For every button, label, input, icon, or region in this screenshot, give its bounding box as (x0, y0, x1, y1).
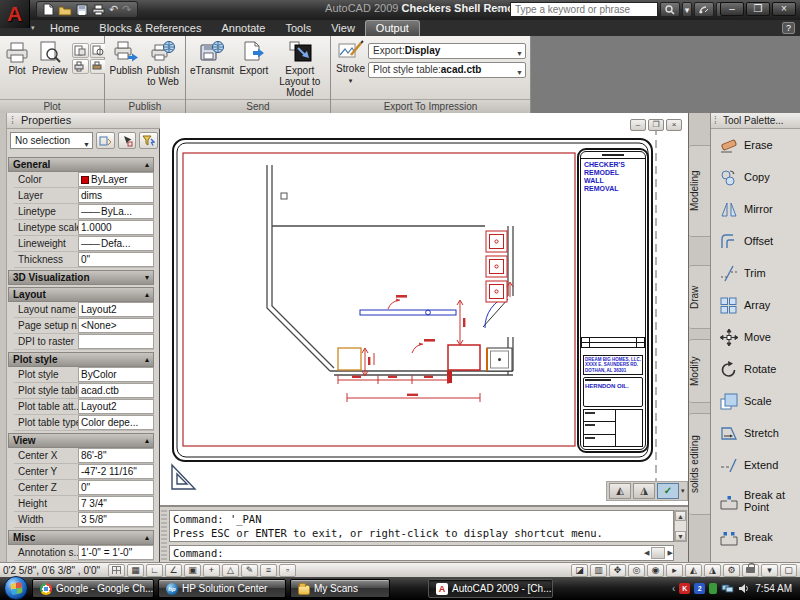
taskbar-item-my-scans[interactable]: My Scans (290, 579, 390, 598)
lwt-toggle-button[interactable]: ≡ (260, 564, 277, 577)
scroll-up-icon[interactable]: ▲ (675, 511, 686, 521)
section-general[interactable]: General▴ (8, 157, 154, 172)
tool-break[interactable]: Break (711, 521, 800, 553)
tool-break-at-point[interactable]: Break at Point (711, 481, 800, 521)
tool-rotate[interactable]: Rotate (711, 353, 800, 385)
pan-button[interactable]: ✥ (609, 564, 626, 577)
model-space-button[interactable]: ◪ (571, 564, 588, 577)
properties-palette-grip[interactable] (0, 113, 7, 562)
search-icon[interactable] (660, 2, 680, 17)
restore-button[interactable]: ❐ (746, 2, 770, 16)
prop-row-plot-table-type[interactable]: Plot table typeColor depe... (14, 415, 154, 431)
section-layout[interactable]: Layout▴ (8, 287, 154, 302)
impression-export-dropdown[interactable]: Export:Display ▼ (368, 43, 526, 59)
ribbon-help-icon[interactable]: ? (782, 22, 795, 34)
tab-annotate[interactable]: Annotate (211, 21, 275, 36)
tool-array[interactable]: Array (711, 289, 800, 321)
prop-row-annotation-scale[interactable]: Annotation s...1'-0" = 1'-0" (14, 545, 154, 561)
toolbar-lock-icon[interactable] (742, 564, 759, 577)
section-3d-visualization[interactable]: 3D Visualization▾ (8, 270, 154, 285)
drawing-restore-button[interactable]: ❐ (648, 119, 664, 131)
publish-to-web-button[interactable]: Publish to Web (145, 39, 181, 87)
autocad-logo-icon[interactable]: A (0, 0, 30, 28)
ortho-toggle-button[interactable]: ∟ (146, 564, 163, 577)
command-window-grip[interactable] (161, 510, 167, 560)
tool-mirror[interactable]: Mirror (711, 193, 800, 225)
status-menu-arrow-icon[interactable]: ▾ (761, 564, 778, 577)
select-objects-button[interactable] (118, 132, 137, 149)
search-dropdown-icon[interactable]: ▾ (682, 2, 692, 17)
prop-row-linetype-scale[interactable]: Linetype scale1.0000 (14, 220, 154, 236)
palette-tab-draw[interactable]: Draw (689, 265, 711, 329)
network-tray-icon[interactable] (721, 583, 734, 594)
prop-row-thickness[interactable]: Thickness0" (14, 252, 154, 268)
prop-row-center-y[interactable]: Center Y-47'-2 11/16" (14, 464, 154, 480)
tab-output[interactable]: Output (365, 20, 420, 36)
prop-row-layer[interactable]: Layerdims (14, 188, 154, 204)
tool-move[interactable]: Move (711, 321, 800, 353)
tab-home[interactable]: Home (40, 21, 89, 36)
section-plot-style[interactable]: Plot style▴ (8, 352, 154, 367)
palette-tab-modify[interactable]: Modify (689, 339, 711, 403)
command-history-scrollbar[interactable]: ▲ ▼ (674, 510, 687, 542)
quick-view-layouts-button[interactable]: ▥ (590, 564, 607, 577)
selection-dropdown[interactable]: No selection▼ (10, 132, 93, 149)
command-hscrollbar[interactable]: ◀ ▶ (644, 546, 686, 560)
drawing-area[interactable]: CHECKER'S REMODEL WALL REMOVAL DREAM BIG… (160, 113, 688, 562)
annotation-autoscale-icon[interactable]: ◮ (633, 483, 655, 499)
polar-toggle-button[interactable]: ∠ (165, 564, 182, 577)
scroll-left-icon[interactable]: ◀ (644, 549, 649, 557)
taskbar-item-autocad[interactable]: A AutoCAD 2009 - [Ch... (428, 579, 553, 598)
new-file-icon[interactable] (43, 3, 54, 16)
ducs-toggle-button[interactable]: △ (222, 564, 239, 577)
export-layout-to-model-button[interactable]: Export Layout to Model (274, 39, 326, 98)
grid-toggle-button[interactable]: ▦ (127, 564, 144, 577)
export-button[interactable]: Export (236, 39, 272, 76)
taskbar-item-chrome[interactable]: Google - Google Ch... (32, 579, 154, 598)
prop-row-dpi[interactable]: DPI to raster (14, 334, 154, 350)
osnap-toggle-button[interactable]: ▣ (184, 564, 201, 577)
prop-row-center-x[interactable]: Center X86'-8" (14, 448, 154, 464)
undo-icon[interactable]: ↶ (109, 2, 118, 17)
tool-palette-title[interactable]: Tool Palette... (711, 113, 800, 129)
drawing-close-button[interactable]: × (666, 119, 682, 131)
prop-row-linetype[interactable]: Linetype——ByLa... (14, 204, 154, 220)
plot-button[interactable]: Plot (4, 39, 30, 76)
prop-row-color[interactable]: ColorByLayer (14, 172, 154, 188)
section-view[interactable]: View▴ (8, 433, 154, 448)
prop-row-width[interactable]: Width3 5/8" (14, 512, 154, 528)
tool-stretch[interactable]: Stretch (711, 417, 800, 449)
tray-expand-icon[interactable]: ‹ (672, 583, 675, 594)
scrollbar-thumb[interactable] (651, 547, 665, 559)
search-input[interactable] (510, 2, 658, 17)
volume-tray-icon[interactable] (738, 583, 749, 594)
etransmit-button[interactable]: eTransmit (190, 39, 234, 76)
impression-plot-style-dropdown[interactable]: Plot style table:acad.ctb ▼ (368, 62, 526, 78)
prop-row-plot-table-attached[interactable]: Plot table att...Layout2 (14, 399, 154, 415)
coordinate-readout[interactable]: 0'2 5/8", 0'6 3/8" , 0'0" (3, 565, 100, 576)
annotation-visibility-icon[interactable]: ◭ (609, 483, 631, 499)
publish-button[interactable]: Publish (109, 39, 143, 76)
annotation-scale-button[interactable]: ◭ (685, 564, 702, 577)
zoom-button[interactable]: ◎ (628, 564, 645, 577)
prop-row-layout-name[interactable]: Layout nameLayout2 (14, 302, 154, 318)
quick-select-button[interactable] (139, 132, 158, 149)
plot-icon[interactable] (92, 4, 105, 16)
page-setup-icon[interactable] (72, 43, 89, 58)
palette-tab-solids-editing[interactable]: solids editing (689, 413, 711, 515)
close-button[interactable]: × (772, 2, 796, 16)
preview-button[interactable]: Preview (32, 39, 68, 76)
usb-device-tray-icon[interactable] (709, 583, 717, 594)
command-input[interactable]: Command: (169, 545, 674, 561)
save-icon[interactable] (76, 4, 88, 16)
prop-row-page-setup[interactable]: Page setup n...<None> (14, 318, 154, 334)
taskbar-clock[interactable]: 7:54 AM (755, 583, 792, 594)
impression-panel-label[interactable]: Export To Impression (331, 99, 530, 113)
plot-panel-label[interactable]: Plot (0, 99, 104, 113)
layout-canvas[interactable]: CHECKER'S REMODEL WALL REMOVAL DREAM BIG… (160, 113, 688, 505)
clean-screen-button[interactable]: ▢ (780, 564, 797, 577)
command-history[interactable]: Command: '_PAN Press ESC or ENTER to exi… (169, 510, 674, 542)
antivirus-tray-icon[interactable]: K (679, 583, 690, 594)
scroll-down-icon[interactable]: ▼ (675, 531, 686, 541)
qp-toggle-button[interactable]: ▫ (279, 564, 296, 577)
